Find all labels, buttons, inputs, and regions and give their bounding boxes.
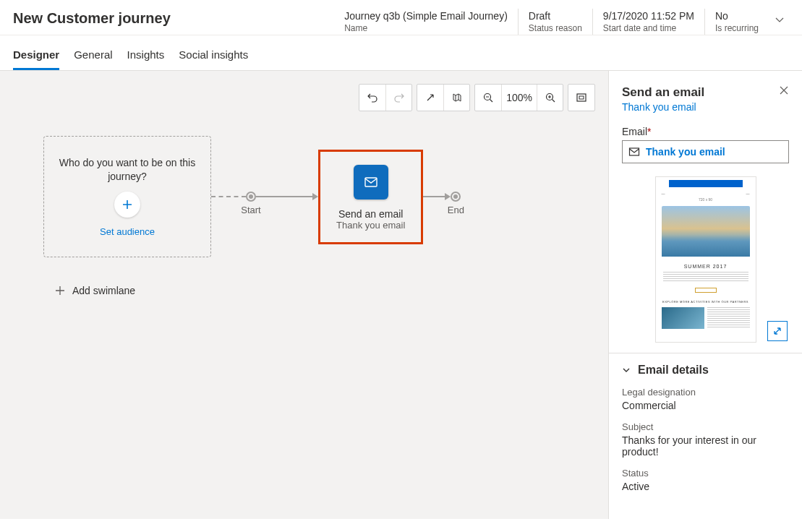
end-label: End	[448, 205, 464, 215]
undo-button[interactable]	[359, 85, 385, 111]
header-field-label: Status reason	[529, 23, 582, 33]
svg-rect-3	[579, 96, 584, 99]
section-title: Email details	[638, 364, 709, 377]
plus-icon	[55, 286, 65, 296]
header-field-value: 9/17/2020 11:52 PM	[603, 10, 694, 22]
audience-placeholder[interactable]: Who do you want to be on this journey? S…	[43, 136, 211, 257]
mail-icon	[628, 146, 640, 158]
header-fields: Journey q3b (Simple Email Journey) Name …	[334, 9, 769, 35]
email-lookup-field[interactable]: Thank you email	[622, 140, 789, 163]
email-thumbnail[interactable]: —— 720 x 90 SUMMER 2017 EXPLORE MORE ACT…	[655, 176, 756, 343]
arrow-icon	[445, 193, 451, 200]
subject-value: Thanks for your interest in our product!	[622, 434, 789, 458]
preview-headline: SUMMER 2017	[656, 264, 756, 269]
preview-footer-line: EXPLORE MORE ACTIVITIES WITH OUR PARTNER…	[662, 300, 750, 304]
header-field-label: Is recurring	[715, 23, 759, 33]
expand-preview-button[interactable]	[767, 321, 788, 341]
email-tile-icon[interactable]	[354, 165, 388, 200]
zoom-in-button[interactable]	[537, 85, 563, 111]
email-details-section: Email details Legal designation Commerci…	[609, 353, 802, 502]
status-label: Status	[622, 468, 789, 479]
set-audience-link[interactable]: Set audience	[100, 226, 155, 237]
email-field-value: Thank you email	[646, 146, 725, 158]
email-field-label: Email*	[622, 126, 789, 137]
close-panel-button[interactable]	[779, 85, 789, 98]
add-swimlane-label: Add swimlane	[72, 285, 135, 296]
panel-title: Send an email	[622, 85, 779, 100]
svg-rect-5	[630, 148, 639, 155]
add-swimlane-button[interactable]: Add swimlane	[55, 285, 135, 296]
connector-line	[256, 196, 312, 197]
tab-social-insights[interactable]: Social insights	[179, 48, 248, 70]
start-node: Start	[246, 192, 256, 202]
chevron-down-icon	[622, 366, 631, 374]
redo-button[interactable]	[385, 85, 411, 111]
svg-rect-4	[365, 178, 377, 186]
header-field-name[interactable]: Journey q3b (Simple Email Journey) Name	[334, 9, 518, 35]
header-field-status[interactable]: Draft Status reason	[518, 9, 592, 35]
header-field-label: Name	[344, 23, 508, 33]
main-area: 100% Who do you want to be on this journ…	[0, 70, 802, 519]
connector: Start	[211, 192, 318, 202]
header-field-value: Draft	[529, 10, 582, 22]
page-header: New Customer journey Journey q3b (Simple…	[0, 0, 802, 35]
end-node: End	[451, 192, 461, 202]
tile-subtitle: Thank you email	[336, 220, 405, 231]
zoom-level[interactable]: 100%	[501, 85, 537, 111]
header-field-value: No	[715, 10, 759, 22]
header-field-start-date[interactable]: 9/17/2020 11:52 PM Start date and time	[592, 9, 704, 35]
header-field-label: Start date and time	[603, 23, 694, 33]
fit-to-screen-button[interactable]	[568, 85, 594, 111]
svg-rect-2	[577, 94, 586, 101]
header-field-recurring[interactable]: No Is recurring	[704, 9, 769, 35]
subject-label: Subject	[622, 421, 789, 432]
status-value: Active	[622, 481, 789, 492]
email-name-link[interactable]: Thank you email	[622, 101, 779, 113]
legal-designation-value: Commercial	[622, 400, 789, 411]
panel-header: Send an email Thank you email	[609, 71, 802, 116]
audience-prompt: Who do you want to be on this journey?	[57, 156, 197, 184]
tab-general[interactable]: General	[74, 48, 112, 70]
arrow-icon	[312, 193, 318, 200]
email-tile-selected[interactable]: Send an email Thank you email	[318, 150, 423, 244]
dashed-connector-line	[211, 196, 246, 197]
designer-canvas: 100% Who do you want to be on this journ…	[0, 70, 608, 519]
journey-flow: Who do you want to be on this journey? S…	[43, 136, 461, 257]
properties-panel: Send an email Thank you email Email* Tha…	[608, 70, 802, 519]
expand-canvas-button[interactable]	[417, 85, 443, 111]
start-label: Start	[241, 205, 260, 215]
tile-title: Send an email	[338, 208, 404, 220]
email-preview: —— 720 x 90 SUMMER 2017 EXPLORE MORE ACT…	[622, 176, 789, 343]
panel-body: Email* Thank you email —— 720 x 90 SUMME…	[609, 116, 802, 353]
connector: End	[423, 192, 461, 202]
zoom-out-button[interactable]	[475, 85, 501, 111]
add-audience-button[interactable]	[114, 192, 140, 218]
minimap-button[interactable]	[443, 85, 469, 111]
connector-line	[423, 196, 445, 197]
section-toggle[interactable]: Email details	[622, 364, 789, 377]
header-field-value: Journey q3b (Simple Email Journey)	[344, 10, 508, 22]
tab-bar: Designer General Insights Social insight…	[0, 35, 802, 70]
canvas-toolbar: 100%	[359, 84, 595, 111]
legal-designation-label: Legal designation	[622, 387, 789, 398]
expand-header-button[interactable]	[769, 9, 789, 27]
page-title: New Customer journey	[13, 9, 334, 27]
tab-insights[interactable]: Insights	[127, 48, 165, 70]
tab-designer[interactable]: Designer	[13, 48, 59, 70]
